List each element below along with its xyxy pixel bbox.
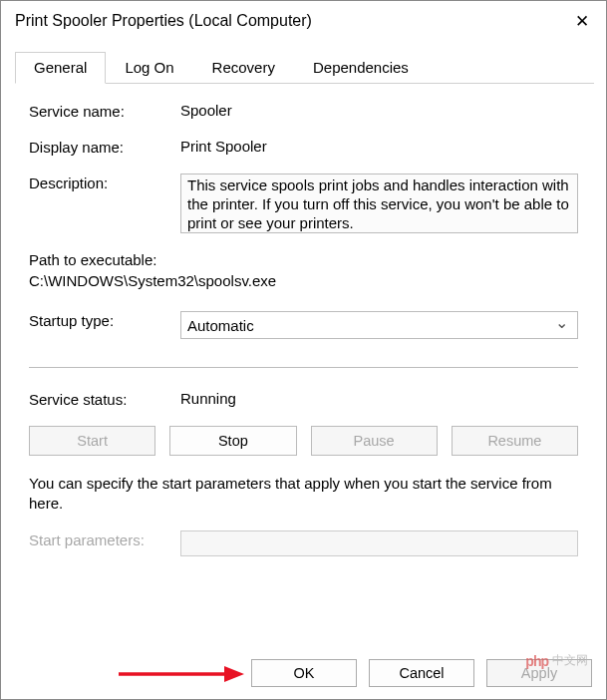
startup-type-select[interactable]: Automatic: [180, 311, 578, 339]
row-startup-type: Startup type: Automatic: [29, 311, 578, 339]
tab-recovery[interactable]: Recovery: [193, 52, 294, 84]
cancel-button[interactable]: Cancel: [369, 659, 474, 687]
startup-type-select-wrap: Automatic: [180, 311, 578, 339]
label-startup-type: Startup type:: [29, 311, 180, 329]
row-service-name: Service name: Spooler: [29, 102, 578, 120]
row-path: Path to executable: C:\WINDOWS\System32\…: [29, 251, 578, 289]
apply-button: Apply: [486, 659, 592, 687]
value-service-status: Running: [180, 390, 236, 407]
window-title: Print Spooler Properties (Local Computer…: [15, 12, 312, 30]
pause-button: Pause: [311, 426, 438, 456]
form-area: Service name: Spooler Display name: Prin…: [13, 102, 594, 556]
stop-button[interactable]: Stop: [169, 426, 296, 456]
row-start-params: Start parameters:: [29, 530, 578, 556]
arrow-annotation-icon: [117, 662, 246, 686]
tab-logon[interactable]: Log On: [106, 52, 192, 84]
label-path: Path to executable:: [29, 251, 578, 268]
tab-strip: General Log On Recovery Dependencies: [15, 51, 594, 84]
value-path: C:\WINDOWS\System32\spoolsv.exe: [29, 272, 578, 289]
close-button[interactable]: ✕: [558, 1, 606, 41]
tab-general[interactable]: General: [15, 52, 106, 84]
value-service-name: Spooler: [180, 102, 232, 119]
label-service-name: Service name:: [29, 102, 180, 120]
start-button: Start: [29, 426, 155, 456]
divider: [29, 367, 578, 368]
dialog-content: General Log On Recovery Dependencies Ser…: [1, 41, 606, 556]
label-description: Description:: [29, 174, 180, 191]
titlebar: Print Spooler Properties (Local Computer…: [1, 1, 606, 41]
row-description: Description: This service spools print j…: [29, 174, 578, 233]
start-params-note: You can specify the start parameters tha…: [29, 474, 578, 513]
svg-marker-1: [224, 666, 244, 682]
label-service-status: Service status:: [29, 390, 180, 408]
row-display-name: Display name: Print Spooler: [29, 138, 578, 156]
row-service-status: Service status: Running: [29, 390, 578, 408]
description-textbox[interactable]: This service spools print jobs and handl…: [180, 174, 578, 233]
tab-dependencies[interactable]: Dependencies: [294, 52, 428, 84]
dialog-buttons: OK Cancel Apply: [251, 659, 592, 687]
ok-button[interactable]: OK: [251, 659, 357, 687]
start-params-input: [180, 530, 578, 556]
close-icon: ✕: [575, 11, 589, 32]
value-display-name: Print Spooler: [180, 138, 267, 155]
resume-button: Resume: [452, 426, 578, 456]
service-control-buttons: Start Stop Pause Resume: [29, 426, 578, 456]
label-display-name: Display name:: [29, 138, 180, 156]
label-start-params: Start parameters:: [29, 530, 180, 548]
